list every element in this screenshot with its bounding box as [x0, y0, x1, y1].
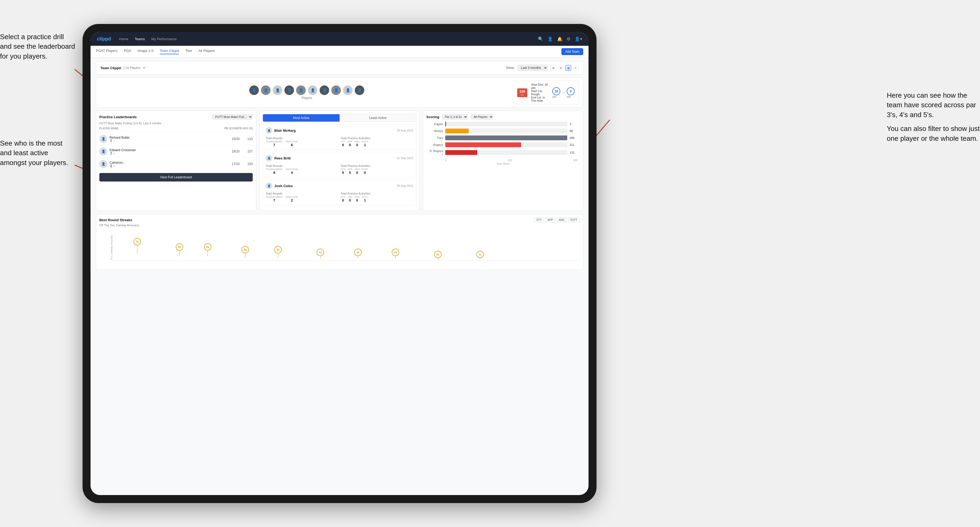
annotation-3: Here you can see how the team have score…	[887, 90, 980, 143]
subnav-teamclippd[interactable]: Team Clippd	[160, 49, 179, 54]
view-grid-icon[interactable]: ⊞	[550, 65, 556, 71]
settings-icon[interactable]: ⚙	[567, 37, 570, 41]
shot-details: Shot Dist: 16 yds Start Lie: Rough End L…	[531, 83, 549, 102]
scoring-filter-players[interactable]: All Players	[471, 114, 493, 119]
medal-1: 🥇 1	[110, 140, 228, 142]
player-stats-3: Total Rounds Tournament7 Practice2 Total…	[266, 190, 413, 202]
medal-2: 🥈 2	[110, 152, 228, 155]
team-name: Team Clippd	[100, 66, 121, 70]
avatar-10[interactable]: 👤	[355, 86, 364, 95]
activity-panel: Most Active Least Active 👤 Blair McHarg …	[259, 111, 420, 211]
streak-dot-1: 7x	[134, 238, 141, 253]
player-card-header-3: 👤 Josh Coles 26 Aug 2023	[266, 183, 413, 189]
player-avatar-1: 👤	[99, 135, 107, 143]
tab-most-active[interactable]: Most Active	[263, 114, 339, 122]
subnav-tour[interactable]: Tour	[185, 49, 192, 54]
people-icon[interactable]: 👤	[547, 37, 553, 41]
bell-icon[interactable]: 🔔	[557, 37, 562, 41]
streak-line-2	[179, 251, 180, 256]
nav-teams[interactable]: Teams	[135, 37, 145, 41]
activity-tabs: Most Active Least Active	[263, 114, 416, 122]
nav-links: Home Teams My Performance	[119, 37, 538, 41]
avatar-6[interactable]: 👤	[308, 86, 317, 95]
streak-circle-3: 6x	[204, 243, 212, 251]
putt-button[interactable]: PUTT	[568, 217, 580, 222]
avatar-2[interactable]: 👤	[261, 86, 270, 95]
streak-line-3	[207, 251, 208, 256]
view-card-icon[interactable]: ▦	[565, 65, 571, 71]
view-icons: ⊞ ⊟ ▦ ≡	[550, 65, 579, 71]
bar-pars: Pars 499	[428, 135, 578, 140]
total-rounds-label-1: Total Rounds	[266, 137, 339, 140]
avatar-4[interactable]: 👤	[285, 86, 294, 95]
player-stats-2: Total Rounds Tournament8 Practice4 Total…	[266, 163, 413, 175]
bar-track-birdies	[445, 129, 568, 133]
annotation-1: Select a practice drill and see the lead…	[0, 32, 77, 61]
arg-button[interactable]: ARG	[556, 217, 567, 222]
subnav-allplayers[interactable]: All Players	[199, 49, 215, 54]
view-list-icon[interactable]: ⊟	[558, 65, 564, 71]
team-header: Team Clippd | 14 Players ✏ Show: Last 3 …	[96, 61, 583, 75]
player-card-2: 👤 Rees Britt 02 Sep 2023 Total Rounds To…	[263, 152, 416, 178]
bar-track-pars	[445, 135, 568, 140]
tab-least-active[interactable]: Least Active	[339, 114, 416, 122]
player-card-date-2: 02 Sep 2023	[397, 157, 413, 160]
axis-title: Total Shots	[428, 162, 578, 165]
navbar: clippd Home Teams My Performance 🔍 👤 🔔 ⚙…	[91, 32, 589, 46]
streaks-title: Best Round Streaks	[99, 218, 132, 222]
player-score-1: 19/20	[231, 137, 241, 141]
players-section: 👤 👤 👤 👤 👤 👤 👤 👤 👤 👤 Players	[96, 78, 583, 108]
player-card-date-1: 26 Aug 2023	[397, 129, 413, 132]
main-content: Team Clippd | 14 Players ✏ Show: Last 3 …	[91, 57, 589, 495]
yds-box: 16 yds → 0 yds	[552, 87, 575, 98]
user-avatar-icon[interactable]: 👤▾	[575, 37, 582, 41]
avatar-9[interactable]: 👤	[343, 86, 353, 95]
bar-track-eagles	[445, 122, 568, 126]
avatar-5[interactable]: 👤	[296, 86, 306, 95]
player-card-1: 👤 Blair McHarg 26 Aug 2023 Total Rounds …	[263, 124, 416, 150]
team-info: Team Clippd | 14 Players ✏	[100, 66, 146, 70]
player-card-header-2: 👤 Rees Britt 02 Sep 2023	[266, 155, 413, 161]
yds-right-circle: 0	[567, 87, 575, 95]
bar-fill-dbogeys	[445, 150, 477, 155]
player-stats-1: Total Rounds Tournament7 Practice6 Total…	[266, 135, 413, 147]
player-avatar-2: 👤	[99, 148, 107, 156]
add-team-button[interactable]: Add Team	[562, 48, 583, 55]
shot-info-card: 198 sc Shot Dist: 16 yds Start Lie: Roug…	[513, 81, 579, 105]
subnav-hcaps[interactable]: Hcaps 1-5	[138, 49, 153, 54]
streak-dot-9: 3x	[434, 251, 442, 260]
drill-select[interactable]: PUTT Must Make Putt...	[212, 114, 253, 119]
bar-fill-eagles	[445, 122, 446, 126]
subnav-pgat[interactable]: PGAT Players	[96, 49, 118, 54]
subnav-pga[interactable]: PGA	[124, 49, 131, 54]
streak-line-1	[137, 245, 137, 253]
scoring-header: Scoring Par 3, 4 & 5s All Players	[426, 114, 580, 119]
app-logo: clippd	[97, 36, 111, 42]
ott-button[interactable]: OTT	[534, 217, 544, 222]
streak-dot-4: 5x	[242, 246, 249, 257]
nav-home[interactable]: Home	[119, 37, 128, 41]
edit-icon[interactable]: ✏	[143, 66, 146, 70]
avatar-1[interactable]: 👤	[249, 86, 259, 95]
total-practice-label-1: Total Practice Activities	[340, 137, 413, 140]
bar-fill-pars	[445, 135, 567, 140]
nav-myperformance[interactable]: My Performance	[151, 37, 177, 41]
main-grid: Practice Leaderboards PUTT Must Make Put…	[96, 111, 583, 211]
player-name-2: Edward Crossman	[110, 148, 228, 152]
period-select[interactable]: Last 3 months	[517, 65, 548, 71]
view-leaderboard-button[interactable]: View Full Leaderboard	[99, 173, 253, 181]
streak-line-10	[480, 258, 480, 260]
yds-left-label: yds	[552, 95, 560, 98]
bar-fill-bogeys	[445, 142, 521, 147]
app-button[interactable]: APP	[545, 217, 555, 222]
scoring-title: Scoring	[426, 115, 439, 119]
scoring-filter-par[interactable]: Par 3, 4 & 5s	[442, 114, 468, 119]
view-detail-icon[interactable]: ≡	[573, 65, 579, 71]
avatar-3[interactable]: 👤	[273, 86, 282, 95]
avatar-7[interactable]: 👤	[320, 86, 329, 95]
streak-dot-7: 4x	[354, 249, 362, 259]
streaks-subtitle: Off The Tee, Fairway Accuracy	[99, 224, 580, 227]
search-icon[interactable]: 🔍	[538, 37, 543, 41]
avatar-8[interactable]: 👤	[331, 86, 341, 95]
dots-container: 7x 6x 6x 5x	[110, 235, 580, 261]
